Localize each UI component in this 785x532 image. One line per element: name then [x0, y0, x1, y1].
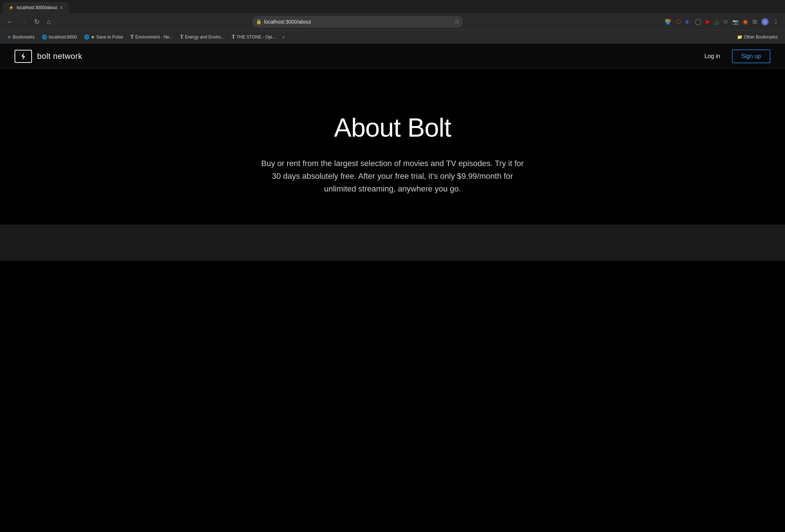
reload-button[interactable]: ↻ [32, 17, 42, 27]
bookmark-label: THE STONE - Opi... [237, 35, 276, 40]
bookmark-item-localhost8000[interactable]: 🌐 localhost:8000 [39, 33, 80, 41]
ext-icon-instagram[interactable]: 📷 [730, 17, 740, 26]
tab-title: localhost:3000/about [17, 5, 57, 10]
bookmark-label: Bookmarks [13, 35, 35, 40]
more-menu-button[interactable]: ⋮ [771, 17, 781, 27]
app-content: bolt network Log in Sign up About Bolt B… [0, 44, 785, 532]
bookmarks-app-icon[interactable] [663, 17, 673, 27]
nav-actions: Log in Sign up [699, 49, 770, 63]
ext-icon-3[interactable]: ◯ [693, 17, 703, 27]
ext-icon-w[interactable]: W [721, 17, 730, 26]
address-bar-container: 🔒 ☆ [56, 16, 660, 28]
browser-chrome: ⚡ localhost:3000/about × ← → ↻ ⌂ 🔒 ☆ [0, 0, 785, 44]
address-input[interactable] [252, 19, 463, 25]
home-button[interactable]: ⌂ [45, 17, 53, 27]
other-bookmarks-label: Other Bookmarks [744, 35, 778, 40]
bookmark-item-energy[interactable]: T Energy and Enviro... [177, 33, 228, 41]
hero-title: About Bolt [334, 113, 451, 142]
bookmark-star-icon[interactable]: ☆ [454, 18, 459, 25]
site-navbar: bolt network Log in Sign up [0, 44, 785, 69]
logo-text: bolt network [37, 52, 82, 61]
bookmarks-more-icon[interactable]: » [280, 33, 287, 41]
tab-favicon: ⚡ [9, 5, 14, 10]
user-avatar[interactable]: U [760, 17, 770, 27]
bookmark-nyt-icon3: T [232, 34, 235, 40]
ext-icon-grid[interactable]: ⊞ [750, 17, 759, 27]
security-icon: 🔒 [256, 19, 262, 24]
bookmark-item-bookmarks[interactable]: ★ Bookmarks [4, 33, 37, 41]
ext-icon-rss[interactable]: ◉ [741, 17, 750, 27]
bookmark-nyt-icon2: T [180, 34, 184, 40]
svg-marker-5 [21, 53, 25, 60]
bookmark-nyt-icon: T [130, 34, 134, 40]
toolbar: ← → ↻ ⌂ 🔒 ☆ ⬡ ◐ ◯ ▶ △ W [0, 13, 785, 31]
site-logo[interactable]: bolt network [15, 50, 82, 63]
logo-icon-box [15, 50, 32, 63]
bookmarks-bar: ★ Bookmarks 🌐 localhost:8000 🌐 ★ Save to… [0, 31, 785, 44]
ext-icon-youtube[interactable]: ▶ [704, 17, 712, 27]
bolt-icon [20, 53, 27, 60]
close-tab-icon[interactable]: × [60, 5, 63, 11]
hero-subtitle: Buy or rent from the largest selection o… [258, 157, 527, 196]
toolbar-icons: ⬡ ◐ ◯ ▶ △ W 📷 ◉ ⊞ U ⋮ [663, 17, 781, 27]
bookmark-label: ★ Save to Pulse [91, 35, 123, 40]
forward-button[interactable]: → [18, 17, 29, 27]
bookmark-item-stone[interactable]: T THE STONE - Opi... [229, 33, 279, 41]
login-button[interactable]: Log in [699, 50, 726, 63]
bookmark-item-environment[interactable]: T Environment - Ne... [128, 33, 176, 41]
tab-bar: ⚡ localhost:3000/about × [0, 0, 785, 13]
bookmark-star-icon: ★ [7, 35, 11, 40]
address-input-wrapper[interactable]: 🔒 ☆ [252, 16, 463, 28]
ext-icon-2[interactable]: ◐ [684, 17, 692, 27]
active-tab[interactable]: ⚡ localhost:3000/about × [3, 2, 69, 13]
footer-area [0, 225, 785, 261]
bookmark-globe-icon: 🌐 [42, 35, 47, 40]
bookmark-globe-icon: 🌐 [84, 35, 89, 40]
bookmark-label: Environment - Ne... [135, 35, 173, 40]
bookmark-item-save-to-pulse[interactable]: 🌐 ★ Save to Pulse [81, 33, 126, 41]
signup-button[interactable]: Sign up [732, 49, 770, 63]
folder-icon: 📁 [737, 35, 742, 40]
back-button[interactable]: ← [4, 17, 15, 27]
svg-text:U: U [764, 20, 766, 24]
other-bookmarks-item[interactable]: 📁 Other Bookmarks [734, 33, 781, 41]
bookmark-label: Energy and Enviro... [185, 35, 225, 40]
svg-point-2 [666, 21, 670, 25]
ext-icon-1[interactable]: ⬡ [674, 17, 683, 27]
hero-section: About Bolt Buy or rent from the largest … [0, 69, 785, 225]
bookmark-label: localhost:8000 [49, 35, 77, 40]
ext-icon-drive[interactable]: △ [713, 17, 721, 27]
